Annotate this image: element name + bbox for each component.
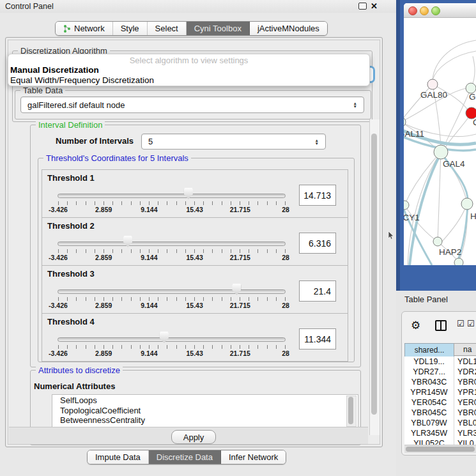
- tab-jactivemnodules[interactable]: jActiveMNodules: [250, 22, 327, 35]
- float-window-icon[interactable]: [358, 3, 367, 10]
- node-label: H: [470, 211, 476, 221]
- node-label: C: [473, 118, 476, 127]
- table-row[interactable]: YBR045CYBR0: [404, 408, 476, 418]
- tick-label: 28: [282, 206, 289, 213]
- node-partial-bottom[interactable]: [454, 258, 463, 265]
- network-window: GAL80 G. C GAL11 GAL4 GCY1 H HAP2: [404, 3, 476, 265]
- table-header: shared... na: [404, 343, 476, 357]
- table-row[interactable]: YBR043CYBR0: [404, 377, 476, 387]
- close-icon[interactable]: ✕: [371, 1, 378, 11]
- node-label: GAL4: [443, 159, 465, 169]
- threshold-value-field[interactable]: 6.316: [299, 233, 336, 254]
- main-vertical-scrollbar[interactable]: [369, 119, 380, 435]
- tab-cyni-toolbox[interactable]: Cyni Toolbox: [187, 22, 250, 35]
- list-scrollbar[interactable]: [346, 395, 357, 427]
- table-data-combobox[interactable]: galFiltered.sif default node ▲▼: [20, 96, 364, 113]
- tab-select[interactable]: Select: [148, 22, 187, 35]
- node-hap2[interactable]: [433, 237, 442, 246]
- node-gcy1[interactable]: [404, 201, 409, 210]
- slider-ticks: [58, 297, 286, 301]
- list-item[interactable]: BetweennessCentrality: [52, 415, 358, 425]
- numerical-attributes-heading: Numerical Attributes: [34, 381, 115, 391]
- tick-label: 28: [282, 349, 289, 357]
- column-header-shared-name[interactable]: shared...: [404, 343, 454, 357]
- node-partial-right[interactable]: [461, 198, 473, 210]
- tick-label: 21.715: [230, 254, 250, 261]
- table-row[interactable]: YBL079WYBL0: [404, 418, 476, 428]
- group-title: Table Data: [20, 86, 65, 95]
- threshold-value-field[interactable]: 14.713: [299, 185, 336, 206]
- table-row[interactable]: YIL052CYIL0: [404, 438, 476, 445]
- checkbox-icon[interactable]: ☑: [467, 319, 475, 328]
- network-window-titlebar: [404, 3, 476, 18]
- num-intervals-label: Number of Intervals: [56, 136, 134, 146]
- tick-label: 2.859: [95, 254, 112, 261]
- slider-tick-labels: -3.426 2.859 9.144 15.43 21.715 28: [58, 206, 286, 213]
- apply-button[interactable]: Apply: [171, 430, 216, 444]
- bottom-tab-bar: Impute Data Discretize Data Infer Networ…: [87, 450, 286, 464]
- close-traffic-light[interactable]: [408, 6, 417, 15]
- table-row[interactable]: YLR345WYLR3: [404, 428, 476, 438]
- node-gal80[interactable]: [427, 79, 438, 89]
- threshold-slider-track[interactable]: [58, 337, 286, 342]
- tab-label: Network: [74, 24, 105, 33]
- tick-label: 15.43: [186, 254, 203, 261]
- table-panel: ⚙ ☑ ☑ shared... na YDL19...YDL1 YDR27...…: [401, 311, 476, 456]
- dropdown-option-equal-width[interactable]: Equal Width/Frequency Discretization: [10, 75, 154, 85]
- tab-style[interactable]: Style: [113, 22, 148, 35]
- apply-strip: Apply: [9, 427, 368, 444]
- checkbox-icon[interactable]: ☑: [457, 319, 464, 328]
- tick-label: 15.43: [186, 349, 203, 357]
- columns-icon[interactable]: [435, 320, 447, 331]
- zoom-traffic-light[interactable]: [431, 6, 440, 15]
- tick-label: 2.859: [95, 302, 112, 309]
- numerical-attributes-list[interactable]: SelfLoops TopologicalCoefficient Between…: [52, 394, 358, 428]
- threshold-slider-track[interactable]: [58, 289, 286, 294]
- minimize-traffic-light[interactable]: [420, 6, 429, 15]
- tab-network[interactable]: Network: [56, 22, 113, 35]
- tab-impute-data[interactable]: Impute Data: [88, 450, 149, 464]
- list-item[interactable]: SelfLoops: [52, 395, 358, 405]
- threshold-slider-track[interactable]: [58, 194, 286, 198]
- network-graph: GAL80 G. C GAL11 GAL4 GCY1 H HAP2: [404, 18, 476, 265]
- num-intervals-combobox[interactable]: 5 ▲▼: [141, 134, 326, 150]
- list-item[interactable]: TopologicalCoefficient: [52, 405, 358, 415]
- tab-label: Impute Data: [95, 452, 141, 462]
- tab-discretize-data[interactable]: Discretize Data: [149, 450, 221, 464]
- slider-tick-labels: -3.426 2.859 9.144 15.43 21.715 28: [58, 349, 286, 357]
- column-header-name[interactable]: na: [454, 343, 476, 356]
- tab-label: Style: [121, 24, 139, 33]
- threshold-row-3: Threshold 3 -3.426 2.859 9.144 15.43 21.…: [42, 265, 348, 314]
- top-tab-bar: Network Style Select Cyni Toolbox jActiv…: [55, 21, 328, 36]
- table-row[interactable]: YDL19...YDL1: [404, 357, 476, 367]
- tab-label: Select: [155, 24, 178, 33]
- node-gal4[interactable]: [434, 145, 448, 159]
- network-canvas[interactable]: GAL80 G. C GAL11 GAL4 GCY1 H HAP2: [404, 18, 476, 265]
- threshold-slider-track[interactable]: [58, 242, 286, 246]
- table-horizontal-scrollbar[interactable]: [404, 445, 476, 453]
- gear-icon[interactable]: ⚙: [411, 319, 420, 332]
- node-label: GCY1: [404, 213, 420, 222]
- threshold-label: Threshold 1: [47, 173, 95, 183]
- table-row[interactable]: YDR27...YDR2: [404, 367, 476, 377]
- threshold-row-1: Threshold 1 -3.426 2.859 9.144 15.43 21.…: [42, 169, 348, 218]
- threshold-value-field[interactable]: 11.344: [299, 328, 336, 349]
- stepper-icon: ▲▼: [315, 139, 319, 145]
- tab-infer-network[interactable]: Infer Network: [221, 450, 286, 464]
- threshold-label: Threshold 3: [47, 269, 95, 279]
- node-label: GAL80: [420, 90, 447, 100]
- slider-tick-labels: -3.426 2.859 9.144 15.43 21.715 28: [58, 254, 286, 261]
- table-row[interactable]: YER054CYER0: [404, 397, 476, 408]
- mouse-cursor: [388, 231, 395, 240]
- dropdown-hint: Select algorithm to view settings: [8, 56, 369, 65]
- threshold-value-field[interactable]: 21.4: [299, 280, 336, 302]
- table-row[interactable]: YPR145WYPR1: [404, 387, 476, 397]
- tick-label: 2.859: [95, 206, 112, 213]
- dropdown-option-manual[interactable]: Manual Discretization: [10, 65, 99, 75]
- table-panel-title: Table Panel: [404, 295, 448, 304]
- control-panel-titlebar: Control Panel ✕: [0, 0, 396, 13]
- tick-label: 9.144: [141, 302, 157, 309]
- node-label: HAP2: [439, 247, 461, 257]
- slider-ticks: [58, 201, 286, 205]
- node-gal11[interactable]: [404, 117, 406, 127]
